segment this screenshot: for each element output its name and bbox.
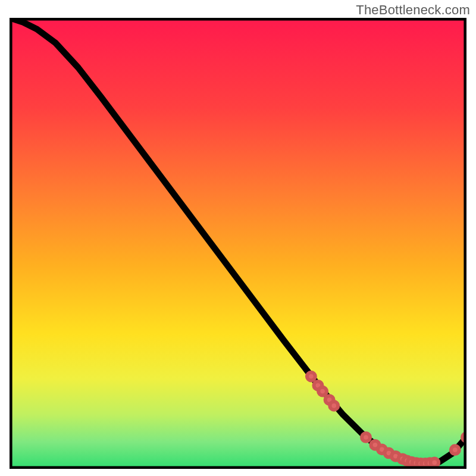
marker-dot bbox=[451, 446, 459, 454]
marker-dot bbox=[362, 433, 370, 441]
marker-dot bbox=[430, 459, 439, 467]
marker-dot bbox=[330, 402, 338, 410]
attribution-text: TheBottleneck.com bbox=[356, 2, 470, 18]
plot-background bbox=[10, 18, 466, 469]
bottleneck-chart bbox=[10, 18, 466, 469]
marker-dot bbox=[307, 372, 315, 381]
marker-dot bbox=[318, 387, 327, 396]
